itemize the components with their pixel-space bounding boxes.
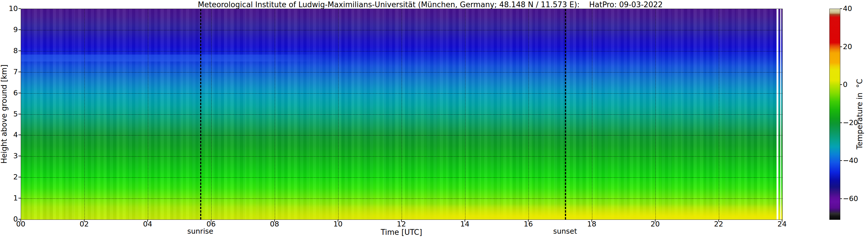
x-tick-label: 20 bbox=[644, 220, 667, 229]
x-tick-label: 12 bbox=[390, 220, 413, 229]
sunrise-label: sunrise bbox=[172, 227, 229, 236]
y-tick-mark bbox=[19, 93, 21, 93]
heatmap-plot-area bbox=[21, 9, 783, 220]
y-tick-label: 8 bbox=[0, 47, 18, 55]
warm-layer-stripe-8km bbox=[21, 55, 335, 61]
colorbar-tick-label: −40 bbox=[843, 156, 868, 165]
y-tick-label: 5 bbox=[0, 110, 18, 118]
colorbar-tick-mark bbox=[840, 8, 842, 9]
sunset-label: sunset bbox=[536, 227, 594, 236]
y-tick-label: 6 bbox=[0, 89, 18, 97]
y-tick-label: 9 bbox=[0, 25, 18, 34]
y-tick-mark bbox=[19, 156, 21, 156]
x-tick-label: 04 bbox=[136, 220, 159, 229]
grid-hline bbox=[21, 72, 782, 73]
y-tick-mark bbox=[19, 114, 21, 114]
y-tick-label: 4 bbox=[0, 131, 18, 139]
y-tick-label: 3 bbox=[0, 152, 18, 160]
grid-hline bbox=[21, 114, 782, 115]
grid-hline bbox=[21, 51, 782, 51]
colorbar-tick-label: −20 bbox=[843, 118, 868, 127]
colorbar-tick-mark bbox=[840, 47, 842, 47]
grid-hline bbox=[21, 177, 782, 178]
colorbar-tick-label: 40 bbox=[843, 4, 868, 13]
x-tick-label: 24 bbox=[771, 220, 794, 229]
grid-hline bbox=[21, 135, 782, 135]
colorbar bbox=[829, 9, 840, 220]
sunset-line bbox=[565, 9, 566, 219]
colorbar-tick-label: −60 bbox=[843, 194, 868, 203]
grid-hline bbox=[21, 30, 782, 30]
colorbar-tick-label: 20 bbox=[843, 43, 868, 51]
y-tick-label: 10 bbox=[0, 4, 18, 13]
x-tick-label: 02 bbox=[73, 220, 96, 229]
y-tick-mark bbox=[19, 8, 21, 9]
x-tick-label: 08 bbox=[263, 220, 286, 229]
y-tick-mark bbox=[19, 219, 21, 219]
colorbar-tick-mark bbox=[840, 123, 842, 123]
sunrise-line bbox=[200, 9, 201, 219]
y-tick-mark bbox=[19, 198, 21, 199]
y-tick-mark bbox=[19, 177, 21, 177]
y-tick-label: 2 bbox=[0, 173, 18, 181]
y-tick-label: 7 bbox=[0, 68, 18, 76]
y-tick-mark bbox=[19, 29, 21, 30]
colorbar-tick-mark bbox=[840, 160, 842, 161]
colorbar-tick-label: 0 bbox=[843, 80, 868, 89]
y-tick-mark bbox=[19, 51, 21, 51]
y-tick-label: 0 bbox=[0, 215, 18, 223]
x-tick-label: 10 bbox=[327, 220, 349, 229]
y-tick-mark bbox=[19, 135, 21, 135]
y-tick-mark bbox=[19, 72, 21, 72]
chart-title: Meteorological Institute of Ludwig-Maxim… bbox=[0, 0, 861, 9]
colorbar-tick-mark bbox=[840, 199, 842, 199]
colorbar-tick-mark bbox=[840, 84, 842, 85]
colorbar-label: Temperature in °C bbox=[855, 27, 864, 201]
grid-hline bbox=[21, 93, 782, 94]
y-tick-label: 1 bbox=[0, 194, 18, 203]
x-axis-label: Time [UTC] bbox=[21, 228, 782, 237]
grid-hline bbox=[21, 156, 782, 157]
x-tick-label: 22 bbox=[707, 220, 730, 229]
x-tick-label: 14 bbox=[453, 220, 476, 229]
grid-hline bbox=[21, 199, 782, 199]
